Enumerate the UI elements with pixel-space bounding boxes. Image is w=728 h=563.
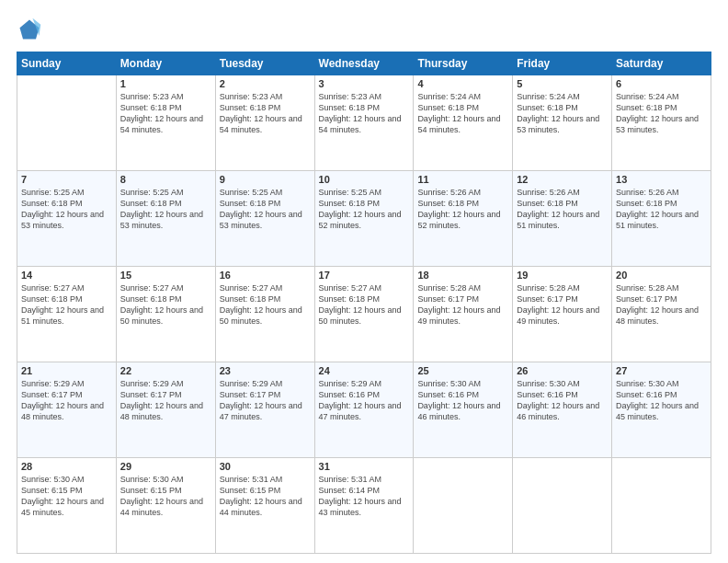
calendar-day-cell: 27 Sunrise: 5:30 AM Sunset: 6:16 PM Dayl… (612, 362, 711, 458)
sunrise-text: Sunrise: 5:26 AM (517, 187, 608, 198)
sunset-text: Sunset: 6:18 PM (220, 198, 311, 209)
day-info: Sunrise: 5:24 AM Sunset: 6:18 PM Dayligh… (517, 91, 608, 136)
day-info: Sunrise: 5:29 AM Sunset: 6:17 PM Dayligh… (220, 378, 311, 423)
sunrise-text: Sunrise: 5:29 AM (120, 378, 211, 389)
day-number: 7 (21, 174, 112, 185)
daylight-text: Daylight: 12 hours and 45 minutes. (21, 496, 112, 518)
day-info: Sunrise: 5:23 AM Sunset: 6:18 PM Dayligh… (220, 91, 311, 136)
calendar-week-row: 21 Sunrise: 5:29 AM Sunset: 6:17 PM Dayl… (17, 362, 711, 458)
day-number: 8 (120, 174, 211, 185)
header (17, 17, 711, 42)
calendar-header-row: SundayMondayTuesdayWednesdayThursdayFrid… (17, 52, 711, 75)
day-number: 16 (220, 270, 311, 281)
calendar-day-cell: 24 Sunrise: 5:29 AM Sunset: 6:16 PM Dayl… (314, 362, 414, 458)
calendar-day-cell: 25 Sunrise: 5:30 AM Sunset: 6:16 PM Dayl… (414, 362, 513, 458)
daylight-text: Daylight: 12 hours and 53 minutes. (220, 209, 311, 231)
sunset-text: Sunset: 6:17 PM (417, 293, 508, 304)
sunrise-text: Sunrise: 5:29 AM (319, 378, 410, 389)
page: SundayMondayTuesdayWednesdayThursdayFrid… (0, 0, 728, 563)
sunset-text: Sunset: 6:18 PM (120, 293, 211, 304)
day-number: 22 (120, 365, 211, 376)
calendar-week-row: 28 Sunrise: 5:30 AM Sunset: 6:15 PM Dayl… (17, 458, 711, 554)
sunrise-text: Sunrise: 5:30 AM (417, 378, 508, 389)
weekday-header: Tuesday (215, 52, 314, 75)
daylight-text: Daylight: 12 hours and 52 minutes. (417, 209, 508, 231)
daylight-text: Daylight: 12 hours and 50 minutes. (120, 304, 211, 327)
day-number: 26 (517, 365, 608, 376)
day-number: 15 (120, 270, 211, 281)
sunset-text: Sunset: 6:18 PM (220, 293, 311, 304)
calendar-day-cell: 30 Sunrise: 5:31 AM Sunset: 6:15 PM Dayl… (215, 458, 314, 554)
sunset-text: Sunset: 6:18 PM (319, 293, 410, 304)
day-number: 1 (120, 78, 211, 89)
sunset-text: Sunset: 6:18 PM (517, 198, 608, 209)
daylight-text: Daylight: 12 hours and 43 minutes. (319, 496, 410, 518)
sunset-text: Sunset: 6:18 PM (319, 198, 410, 209)
daylight-text: Daylight: 12 hours and 49 minutes. (417, 304, 508, 327)
daylight-text: Daylight: 12 hours and 51 minutes. (21, 304, 112, 327)
day-info: Sunrise: 5:23 AM Sunset: 6:18 PM Dayligh… (319, 91, 410, 136)
sunset-text: Sunset: 6:18 PM (616, 102, 707, 113)
day-info: Sunrise: 5:24 AM Sunset: 6:18 PM Dayligh… (417, 91, 508, 136)
calendar-day-cell: 14 Sunrise: 5:27 AM Sunset: 6:18 PM Dayl… (17, 267, 117, 362)
calendar-day-cell: 23 Sunrise: 5:29 AM Sunset: 6:17 PM Dayl… (215, 362, 314, 458)
calendar-week-row: 14 Sunrise: 5:27 AM Sunset: 6:18 PM Dayl… (17, 267, 711, 362)
sunrise-text: Sunrise: 5:31 AM (319, 474, 410, 485)
calendar-day-cell: 6 Sunrise: 5:24 AM Sunset: 6:18 PM Dayli… (612, 75, 711, 171)
daylight-text: Daylight: 12 hours and 54 minutes. (120, 113, 211, 135)
sunset-text: Sunset: 6:18 PM (21, 293, 112, 304)
sunset-text: Sunset: 6:16 PM (517, 389, 608, 400)
calendar-day-cell: 5 Sunrise: 5:24 AM Sunset: 6:18 PM Dayli… (513, 75, 612, 171)
sunrise-text: Sunrise: 5:28 AM (517, 282, 608, 293)
sunrise-text: Sunrise: 5:30 AM (120, 474, 211, 485)
sunrise-text: Sunrise: 5:23 AM (120, 91, 211, 102)
sunset-text: Sunset: 6:18 PM (120, 102, 211, 113)
day-number: 5 (517, 78, 608, 89)
calendar-day-cell: 16 Sunrise: 5:27 AM Sunset: 6:18 PM Dayl… (215, 267, 314, 362)
calendar-day-cell: 4 Sunrise: 5:24 AM Sunset: 6:18 PM Dayli… (414, 75, 513, 171)
day-info: Sunrise: 5:25 AM Sunset: 6:18 PM Dayligh… (21, 187, 112, 232)
daylight-text: Daylight: 12 hours and 53 minutes. (120, 209, 211, 231)
sunset-text: Sunset: 6:18 PM (417, 102, 508, 113)
daylight-text: Daylight: 12 hours and 44 minutes. (120, 496, 211, 518)
daylight-text: Daylight: 12 hours and 48 minutes. (120, 400, 211, 422)
daylight-text: Daylight: 12 hours and 54 minutes. (319, 113, 410, 135)
calendar-day-cell: 8 Sunrise: 5:25 AM Sunset: 6:18 PM Dayli… (116, 171, 215, 267)
sunset-text: Sunset: 6:17 PM (220, 389, 311, 400)
sunrise-text: Sunrise: 5:24 AM (517, 91, 608, 102)
sunrise-text: Sunrise: 5:27 AM (319, 282, 410, 293)
sunrise-text: Sunrise: 5:28 AM (616, 282, 707, 293)
daylight-text: Daylight: 12 hours and 45 minutes. (616, 400, 707, 422)
daylight-text: Daylight: 12 hours and 47 minutes. (220, 400, 311, 422)
day-number: 14 (21, 270, 112, 281)
calendar-week-row: 7 Sunrise: 5:25 AM Sunset: 6:18 PM Dayli… (17, 171, 711, 267)
calendar-week-row: 1 Sunrise: 5:23 AM Sunset: 6:18 PM Dayli… (17, 75, 711, 171)
day-info: Sunrise: 5:24 AM Sunset: 6:18 PM Dayligh… (616, 91, 707, 136)
day-info: Sunrise: 5:27 AM Sunset: 6:18 PM Dayligh… (319, 282, 410, 327)
daylight-text: Daylight: 12 hours and 54 minutes. (220, 113, 311, 135)
day-info: Sunrise: 5:31 AM Sunset: 6:14 PM Dayligh… (319, 474, 410, 519)
day-number: 2 (220, 78, 311, 89)
day-number: 19 (517, 270, 608, 281)
calendar-day-cell: 19 Sunrise: 5:28 AM Sunset: 6:17 PM Dayl… (513, 267, 612, 362)
sunset-text: Sunset: 6:15 PM (21, 485, 112, 496)
calendar-day-cell: 11 Sunrise: 5:26 AM Sunset: 6:18 PM Dayl… (414, 171, 513, 267)
sunset-text: Sunset: 6:18 PM (319, 102, 410, 113)
daylight-text: Daylight: 12 hours and 53 minutes. (21, 209, 112, 231)
sunset-text: Sunset: 6:17 PM (21, 389, 112, 400)
calendar-day-cell: 20 Sunrise: 5:28 AM Sunset: 6:17 PM Dayl… (612, 267, 711, 362)
sunrise-text: Sunrise: 5:30 AM (517, 378, 608, 389)
daylight-text: Daylight: 12 hours and 49 minutes. (517, 304, 608, 327)
day-info: Sunrise: 5:28 AM Sunset: 6:17 PM Dayligh… (616, 282, 707, 327)
calendar-day-cell (414, 458, 513, 554)
day-info: Sunrise: 5:26 AM Sunset: 6:18 PM Dayligh… (417, 187, 508, 232)
sunset-text: Sunset: 6:18 PM (517, 102, 608, 113)
day-number: 4 (417, 78, 508, 89)
sunset-text: Sunset: 6:18 PM (417, 198, 508, 209)
daylight-text: Daylight: 12 hours and 48 minutes. (616, 304, 707, 327)
day-info: Sunrise: 5:29 AM Sunset: 6:17 PM Dayligh… (21, 378, 112, 423)
sunrise-text: Sunrise: 5:29 AM (21, 378, 112, 389)
day-number: 31 (319, 461, 410, 472)
calendar-day-cell: 12 Sunrise: 5:26 AM Sunset: 6:18 PM Dayl… (513, 171, 612, 267)
day-number: 30 (220, 461, 311, 472)
